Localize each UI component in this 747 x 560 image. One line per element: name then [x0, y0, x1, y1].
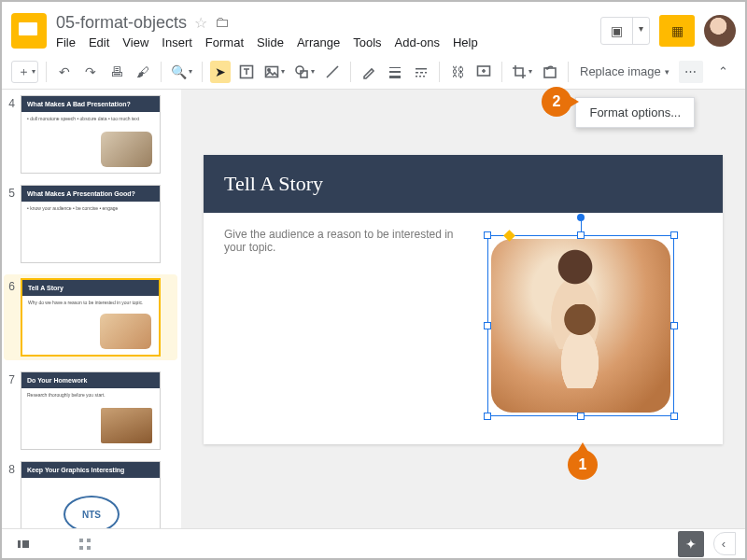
menu-arrange[interactable]: Arrange: [297, 35, 340, 49]
reset-image-icon[interactable]: [540, 61, 560, 83]
redo-icon[interactable]: ↷: [80, 61, 101, 83]
crop-icon[interactable]: [510, 61, 534, 83]
resize-handle-mr[interactable]: [670, 322, 678, 329]
explore-button[interactable]: ✦: [678, 531, 704, 557]
border-color-icon[interactable]: [359, 61, 379, 83]
slide-thumbnail[interactable]: 5 What Makes A Presentation Good? • know…: [4, 185, 177, 263]
document-title[interactable]: 05-format-objects: [56, 13, 187, 33]
slide-thumbnail-selected[interactable]: 6 Tell A Story Why do we have a reason t…: [4, 274, 177, 360]
link-icon[interactable]: ⛓: [447, 61, 468, 83]
slide-title[interactable]: Tell A Story: [204, 155, 723, 213]
resize-handle-mt[interactable]: [577, 231, 585, 239]
paint-format-icon[interactable]: 🖌: [133, 61, 153, 83]
menu-file[interactable]: File: [56, 35, 76, 49]
filmstrip[interactable]: 4 What Makes A Bad Presentation? • dull …: [2, 90, 181, 532]
line-icon[interactable]: [322, 61, 343, 83]
menu-edit[interactable]: Edit: [89, 35, 109, 49]
slide-number: 8: [4, 461, 21, 476]
slide-thumbnail[interactable]: 8 Keep Your Graphics Interesting NTS: [4, 461, 177, 532]
slide-thumbnail[interactable]: 4 What Makes A Bad Presentation? • dull …: [4, 95, 177, 174]
border-dash-icon[interactable]: [411, 61, 431, 83]
resize-handle-tr[interactable]: [670, 231, 678, 239]
resize-handle-mb[interactable]: [577, 413, 585, 420]
adjust-corner-handle[interactable]: [503, 230, 515, 242]
slide-body-text[interactable]: Give the audience a reason to be interes…: [204, 213, 474, 269]
svg-rect-11: [420, 72, 423, 74]
header: 05-format-objects ☆ 🗀 File Edit View Ins…: [2, 2, 745, 54]
textbox-icon[interactable]: [236, 61, 257, 83]
rotate-connector: [581, 219, 582, 232]
svg-rect-12: [425, 72, 427, 74]
menu-insert[interactable]: Insert: [162, 35, 192, 49]
comment-icon[interactable]: [473, 61, 494, 83]
present-icon[interactable]: ▣: [601, 18, 633, 44]
resize-handle-bl[interactable]: [484, 413, 491, 420]
image-icon[interactable]: [262, 61, 287, 83]
prev-nav-icon[interactable]: ‹: [713, 532, 736, 555]
svg-rect-23: [87, 546, 91, 550]
menu-format[interactable]: Format: [205, 35, 244, 49]
canvas[interactable]: Tell A Story Give the audience a reason …: [181, 90, 745, 532]
svg-rect-1: [266, 66, 278, 77]
slide-number: 4: [4, 95, 21, 110]
svg-rect-10: [416, 72, 418, 74]
svg-rect-6: [389, 67, 401, 68]
zoom-icon[interactable]: 🔍: [169, 61, 194, 83]
selection-box[interactable]: [487, 235, 674, 416]
undo-icon[interactable]: ↶: [54, 61, 75, 83]
grid-view-icon[interactable]: [73, 534, 97, 554]
print-icon[interactable]: 🖶: [106, 61, 127, 83]
shape-icon[interactable]: [292, 61, 317, 83]
new-slide-button[interactable]: ＋▾: [11, 61, 38, 83]
format-options-menuitem[interactable]: Format options...: [575, 97, 695, 128]
star-icon[interactable]: ☆: [194, 14, 207, 32]
slides-app-icon[interactable]: [11, 13, 47, 49]
menu-slide[interactable]: Slide: [257, 35, 284, 49]
slide[interactable]: Tell A Story Give the audience a reason …: [204, 155, 723, 444]
replace-image-button[interactable]: Replace image: [576, 61, 673, 82]
present-dropdown-icon[interactable]: ▾: [633, 18, 649, 44]
svg-rect-4: [301, 71, 307, 77]
svg-rect-17: [544, 68, 556, 77]
resize-handle-tl[interactable]: [484, 231, 491, 239]
svg-rect-15: [423, 76, 425, 77]
svg-point-2: [268, 68, 270, 70]
border-weight-icon[interactable]: [385, 61, 405, 83]
svg-rect-13: [416, 76, 417, 77]
svg-rect-20: [79, 539, 83, 542]
menu-help[interactable]: Help: [453, 35, 478, 49]
bottom-bar: ✦ ‹: [2, 528, 745, 558]
share-button[interactable]: ▦: [659, 15, 695, 47]
slide-thumbnail[interactable]: 7 Do Your Homework Research thoroughly b…: [4, 371, 177, 450]
toolbar: ＋▾ ↶ ↷ 🖶 🖌 🔍 ➤ ⛓ Replace image ⋯ ⌃: [2, 54, 745, 90]
svg-rect-22: [79, 546, 83, 550]
slide-number: 7: [4, 371, 21, 386]
callout-2: 2: [542, 87, 571, 117]
callout-1: 1: [568, 450, 598, 480]
svg-rect-7: [389, 71, 401, 73]
rotate-handle[interactable]: [577, 214, 585, 221]
svg-rect-14: [419, 76, 421, 77]
resize-handle-ml[interactable]: [484, 322, 491, 329]
overflow-menu-icon[interactable]: ⋯: [679, 61, 703, 83]
svg-rect-21: [87, 539, 91, 542]
svg-point-3: [296, 66, 303, 74]
filmstrip-view-icon[interactable]: [11, 534, 35, 554]
svg-rect-9: [416, 68, 427, 70]
slide-number: 5: [4, 185, 21, 200]
menu-view[interactable]: View: [122, 35, 148, 49]
svg-rect-8: [389, 76, 401, 78]
select-tool-icon[interactable]: ➤: [210, 61, 231, 83]
menu-tools[interactable]: Tools: [353, 35, 381, 49]
menubar: File Edit View Insert Format Slide Arran…: [56, 35, 478, 49]
collapse-toolbar-icon[interactable]: ⌃: [711, 61, 736, 82]
slide-number: 6: [4, 278, 21, 293]
menu-addons[interactable]: Add-ons: [395, 35, 440, 49]
move-folder-icon[interactable]: 🗀: [215, 14, 230, 31]
present-button[interactable]: ▣ ▾: [600, 17, 650, 45]
resize-handle-br[interactable]: [670, 413, 678, 420]
svg-line-5: [327, 66, 338, 77]
svg-rect-19: [22, 540, 29, 548]
svg-rect-18: [18, 540, 21, 548]
account-avatar[interactable]: [704, 15, 736, 47]
